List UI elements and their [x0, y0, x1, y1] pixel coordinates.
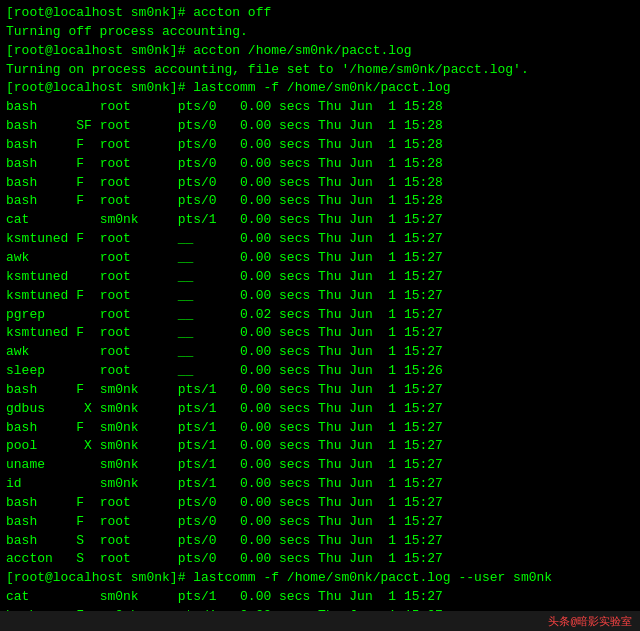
tty-col: pts/1 — [178, 475, 240, 494]
user-col: root — [100, 249, 178, 268]
flag-col: F — [76, 136, 99, 155]
cmd-col: pgrep — [6, 306, 76, 325]
tty-col: __ — [178, 324, 240, 343]
tty-col: pts/1 — [178, 607, 240, 611]
terminal-line: bash F root pts/0 0.00 secs Thu Jun 1 15… — [6, 192, 634, 211]
date-col: Thu Jun 1 15:26 — [318, 362, 443, 381]
terminal-line: pgrep root __ 0.02 secs Thu Jun 1 15:27 — [6, 306, 634, 325]
terminal-line: bash F sm0nk pts/1 0.00 secs Thu Jun 1 1… — [6, 419, 634, 438]
tty-col: pts/0 — [178, 155, 240, 174]
cmd-col: cat — [6, 588, 76, 607]
flag-col: F — [76, 513, 99, 532]
date-col: Thu Jun 1 15:27 — [318, 419, 443, 438]
time-col: 0.00 secs — [240, 174, 318, 193]
date-col: Thu Jun 1 15:27 — [318, 268, 443, 287]
flag-col: F — [76, 324, 99, 343]
watermark-bar: 头条@暗影实验室 — [0, 611, 640, 631]
tty-col: __ — [178, 343, 240, 362]
date-col: Thu Jun 1 15:27 — [318, 211, 443, 230]
time-col: 0.00 secs — [240, 381, 318, 400]
time-col: 0.00 secs — [240, 249, 318, 268]
terminal-line: cat sm0nk pts/1 0.00 secs Thu Jun 1 15:2… — [6, 588, 634, 607]
terminal-line: bash SF root pts/0 0.00 secs Thu Jun 1 1… — [6, 117, 634, 136]
terminal-line: bash root pts/0 0.00 secs Thu Jun 1 15:2… — [6, 98, 634, 117]
flag-col — [76, 306, 99, 325]
user-col: root — [100, 136, 178, 155]
terminal-line: id sm0nk pts/1 0.00 secs Thu Jun 1 15:27 — [6, 475, 634, 494]
user-col: root — [100, 550, 178, 569]
terminal-line: Turning off process accounting. — [6, 23, 634, 42]
cmd-col: bash — [6, 513, 76, 532]
flag-col — [76, 98, 99, 117]
flag-col — [76, 268, 99, 287]
user-col: root — [100, 494, 178, 513]
date-col: Thu Jun 1 15:27 — [318, 249, 443, 268]
user-col: root — [100, 192, 178, 211]
terminal-line: bash F sm0nk pts/1 0.00 secs Thu Jun 1 1… — [6, 381, 634, 400]
prompt-line: [root@localhost sm0nk]# lastcomm -f /hom… — [6, 79, 451, 98]
cmd-col: accton — [6, 550, 76, 569]
terminal-line: pool X sm0nk pts/1 0.00 secs Thu Jun 1 1… — [6, 437, 634, 456]
cmd-col: cat — [6, 211, 76, 230]
tty-col: pts/0 — [178, 513, 240, 532]
date-col: Thu Jun 1 15:27 — [318, 513, 443, 532]
time-col: 0.00 secs — [240, 494, 318, 513]
prompt-line: [root@localhost sm0nk]# accton /home/sm0… — [6, 42, 412, 61]
info-line: Turning off process accounting. — [6, 23, 248, 42]
user-col: root — [100, 230, 178, 249]
cmd-col: bash — [6, 155, 76, 174]
tty-col: pts/0 — [178, 550, 240, 569]
date-col: Thu Jun 1 15:27 — [318, 456, 443, 475]
user-col: root — [100, 306, 178, 325]
terminal-line: accton S root pts/0 0.00 secs Thu Jun 1 … — [6, 550, 634, 569]
terminal-line: bash F root pts/0 0.00 secs Thu Jun 1 15… — [6, 513, 634, 532]
time-col: 0.00 secs — [240, 324, 318, 343]
user-col: sm0nk — [100, 456, 178, 475]
flag-col: F — [76, 607, 99, 611]
terminal-line: bash F root pts/0 0.00 secs Thu Jun 1 15… — [6, 136, 634, 155]
terminal-line: bash F root pts/0 0.00 secs Thu Jun 1 15… — [6, 155, 634, 174]
date-col: Thu Jun 1 15:28 — [318, 98, 443, 117]
cmd-col: bash — [6, 98, 76, 117]
date-col: Thu Jun 1 15:27 — [318, 494, 443, 513]
cmd-col: awk — [6, 249, 76, 268]
date-col: Thu Jun 1 15:27 — [318, 437, 443, 456]
time-col: 0.00 secs — [240, 456, 318, 475]
time-col: 0.02 secs — [240, 306, 318, 325]
time-col: 0.00 secs — [240, 287, 318, 306]
flag-col: F — [76, 381, 99, 400]
terminal-line: cat sm0nk pts/1 0.00 secs Thu Jun 1 15:2… — [6, 211, 634, 230]
terminal-line: ksmtuned F root __ 0.00 secs Thu Jun 1 1… — [6, 324, 634, 343]
tty-col: __ — [178, 230, 240, 249]
terminal-line: Turning on process accounting, file set … — [6, 61, 634, 80]
tty-col: pts/1 — [178, 381, 240, 400]
date-col: Thu Jun 1 15:28 — [318, 192, 443, 211]
date-col: Thu Jun 1 15:28 — [318, 117, 443, 136]
date-col: Thu Jun 1 15:27 — [318, 607, 443, 611]
tty-col: pts/1 — [178, 456, 240, 475]
date-col: Thu Jun 1 15:28 — [318, 136, 443, 155]
info-line: Turning on process accounting, file set … — [6, 61, 529, 80]
date-col: Thu Jun 1 15:27 — [318, 381, 443, 400]
user-col: root — [100, 343, 178, 362]
tty-col: __ — [178, 306, 240, 325]
tty-col: pts/1 — [178, 211, 240, 230]
user-col: sm0nk — [100, 588, 178, 607]
cmd-col: sleep — [6, 362, 76, 381]
cmd-col: ksmtuned — [6, 268, 76, 287]
terminal-line: ksmtuned F root __ 0.00 secs Thu Jun 1 1… — [6, 230, 634, 249]
user-col: root — [100, 287, 178, 306]
cmd-col: uname — [6, 456, 76, 475]
flag-col: X — [76, 400, 99, 419]
user-col: root — [100, 98, 178, 117]
terminal-line: [root@localhost sm0nk]# accton off — [6, 4, 634, 23]
flag-col — [76, 456, 99, 475]
user-col: root — [100, 362, 178, 381]
tty-col: __ — [178, 362, 240, 381]
tty-col: pts/0 — [178, 117, 240, 136]
time-col: 0.00 secs — [240, 268, 318, 287]
cmd-col: bash — [6, 532, 76, 551]
cmd-col: awk — [6, 343, 76, 362]
tty-col: pts/1 — [178, 419, 240, 438]
cmd-col: bash — [6, 607, 76, 611]
